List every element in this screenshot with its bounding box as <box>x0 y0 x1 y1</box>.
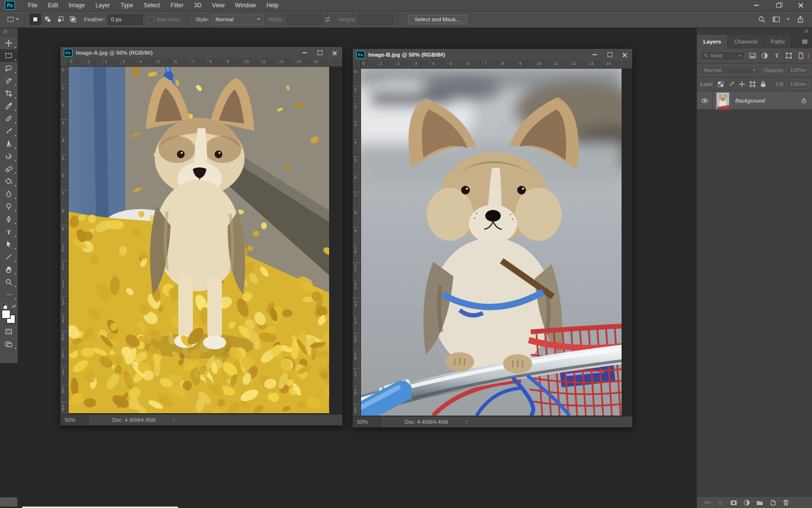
add-layer-mask-icon[interactable] <box>729 498 738 507</box>
close-icon[interactable] <box>790 0 812 11</box>
restore-icon[interactable] <box>768 0 790 11</box>
menu-file[interactable]: File <box>23 0 43 11</box>
blur-tool[interactable] <box>0 188 17 200</box>
zoom-tool[interactable] <box>0 276 17 288</box>
vertical-ruler[interactable]: 01234567891 01 11 21 31 41 51 61 71 81 9 <box>353 68 361 416</box>
layer-effects-icon[interactable]: fx <box>716 498 725 507</box>
layer-thumbnail[interactable] <box>716 92 730 109</box>
pixel-layer-filter-icon[interactable] <box>747 51 757 60</box>
lock-transparent-pixels-icon[interactable] <box>716 80 725 89</box>
tab-layers[interactable]: Layers <box>697 35 728 48</box>
doc-minimize-icon[interactable] <box>297 47 312 59</box>
doc-close-icon[interactable] <box>617 49 632 60</box>
menu-select[interactable]: Select <box>138 0 165 11</box>
menu-filter[interactable]: Filter <box>165 0 189 11</box>
menu-view[interactable]: View <box>207 0 230 11</box>
tab-channels[interactable]: Channels <box>728 35 765 48</box>
shape-layer-filter-icon[interactable] <box>783 51 794 60</box>
subtract-from-selection-button[interactable] <box>55 14 66 25</box>
menu-type[interactable]: Type <box>115 0 138 11</box>
document-title-bar[interactable]: Ps Image-B.jpg @ 50% (RGB/8#) <box>353 49 632 60</box>
pen-tool[interactable] <box>0 213 17 225</box>
anti-alias-checkbox[interactable] <box>147 16 154 23</box>
eraser-tool[interactable] <box>0 163 17 175</box>
lasso-tool[interactable] <box>0 62 17 75</box>
line-tool[interactable] <box>0 251 17 263</box>
blend-mode-select[interactable]: Normal <box>700 66 759 75</box>
path-selection-tool[interactable] <box>0 238 17 251</box>
brush-tool[interactable] <box>0 125 17 137</box>
add-to-selection-button[interactable] <box>42 14 54 25</box>
eyedropper-tool[interactable] <box>0 100 17 112</box>
layer-row-background[interactable]: Background <box>697 91 812 110</box>
menu-window[interactable]: Window <box>230 0 261 11</box>
search-icon[interactable] <box>758 15 766 23</box>
screen-mode-button[interactable] <box>0 338 17 350</box>
minimize-icon[interactable] <box>745 0 768 11</box>
canvas-image-a[interactable] <box>68 66 329 413</box>
type-layer-filter-icon[interactable]: T <box>771 51 782 60</box>
ruler-origin[interactable] <box>60 59 69 67</box>
dodge-tool[interactable] <box>0 200 17 213</box>
doc-maximize-icon[interactable] <box>312 47 327 59</box>
horizontal-ruler[interactable]: 01234567891011121314 <box>68 59 342 67</box>
new-selection-button[interactable] <box>29 14 41 25</box>
fill-field[interactable]: 100% <box>787 80 809 89</box>
new-adjustment-layer-icon[interactable] <box>742 498 751 507</box>
menu-image[interactable]: Image <box>63 0 90 11</box>
doc-close-icon[interactable] <box>327 47 342 59</box>
smart-object-filter-icon[interactable] <box>796 51 806 60</box>
visibility-eye-icon[interactable] <box>697 91 712 109</box>
move-tool[interactable] <box>0 37 17 49</box>
edit-toolbar[interactable] <box>0 288 17 301</box>
document-title-bar[interactable]: Ps Image-A.jpg @ 50% (RGB/8#) <box>60 47 342 59</box>
opacity-field[interactable]: 100% <box>787 66 809 75</box>
lock-artboard-icon[interactable] <box>748 80 757 89</box>
filter-kind-select[interactable]: Kind <box>700 51 745 60</box>
new-layer-icon[interactable] <box>768 498 777 507</box>
width-input[interactable] <box>287 15 322 25</box>
menu-layer[interactable]: Layer <box>90 0 115 11</box>
lock-image-pixels-icon[interactable] <box>727 80 736 89</box>
horizontal-ruler[interactable]: 01234567891011121314 <box>361 60 632 69</box>
swap-width-height-icon[interactable] <box>324 15 332 23</box>
swap-colors-icon[interactable]: ⇄ <box>12 303 16 309</box>
panel-menu-icon[interactable] <box>797 35 812 48</box>
menu-edit[interactable]: Edit <box>43 0 63 11</box>
lock-all-icon[interactable] <box>759 80 768 89</box>
link-layers-icon[interactable] <box>703 498 712 507</box>
clone-stamp-tool[interactable] <box>0 137 17 150</box>
default-colors-icon[interactable] <box>2 304 6 308</box>
style-select[interactable]: Normal <box>212 15 263 25</box>
new-group-icon[interactable] <box>755 498 764 507</box>
canvas-image-b[interactable] <box>361 68 622 416</box>
adjustment-layer-filter-icon[interactable] <box>759 51 769 60</box>
chevron-right-icon[interactable] <box>464 419 469 425</box>
doc-maximize-icon[interactable] <box>602 49 617 60</box>
spot-healing-brush-tool[interactable] <box>0 112 17 125</box>
intersect-selection-button[interactable] <box>67 14 79 25</box>
chevron-down-icon[interactable] <box>787 18 790 20</box>
tab-paths[interactable]: Paths <box>765 35 792 48</box>
layer-filter-toggle[interactable] <box>808 53 809 59</box>
chevron-right-icon[interactable] <box>171 417 177 423</box>
quick-selection-tool[interactable] <box>0 75 17 87</box>
crop-tool[interactable] <box>0 87 17 100</box>
menu-help[interactable]: Help <box>261 0 284 11</box>
doc-size-readout[interactable]: Doc: 4.45M/4.45M <box>88 415 201 425</box>
foreground-color-swatch[interactable] <box>1 310 11 319</box>
lock-position-icon[interactable] <box>738 80 747 89</box>
hand-tool[interactable] <box>0 263 17 276</box>
zoom-level-field[interactable]: 50% <box>353 417 381 427</box>
menu-3d[interactable]: 3D <box>188 0 206 11</box>
tool-preset-picker[interactable] <box>5 15 21 24</box>
ruler-origin[interactable] <box>353 60 361 69</box>
doc-minimize-icon[interactable] <box>587 49 602 60</box>
doc-size-readout[interactable]: Doc: 4.45M/4.45M <box>381 417 493 427</box>
history-brush-tool[interactable] <box>0 150 17 163</box>
type-tool[interactable]: T <box>0 225 17 238</box>
share-icon[interactable] <box>797 15 804 23</box>
delete-layer-icon[interactable] <box>782 498 790 507</box>
gradient-tool[interactable] <box>0 175 17 188</box>
feather-input[interactable]: 0 px <box>108 15 143 25</box>
